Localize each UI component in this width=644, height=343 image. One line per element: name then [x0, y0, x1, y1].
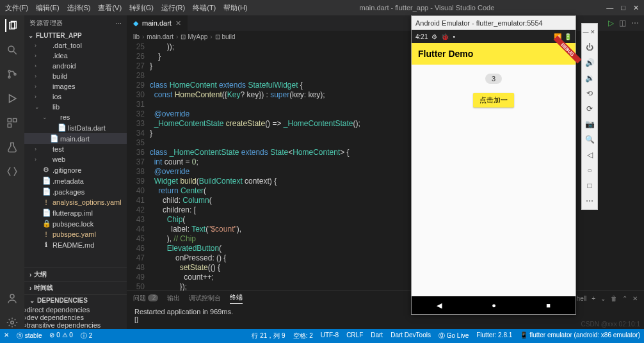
emu-close-icon[interactable]: — ✕	[583, 28, 595, 36]
overview-icon[interactable]: □	[587, 181, 592, 190]
back-icon[interactable]: ◁	[587, 150, 593, 159]
breadcrumb-item[interactable]: ⊡ build	[215, 33, 236, 40]
status-item[interactable]: Dart DevTools	[390, 331, 431, 340]
remote-icon[interactable]	[6, 165, 19, 178]
panel-head[interactable]: ›大纲	[24, 267, 127, 281]
power-icon[interactable]: ⏻	[586, 43, 593, 52]
explorer-icon[interactable]	[5, 19, 18, 32]
terminal-action[interactable]: ⌃	[622, 295, 627, 302]
search-icon[interactable]	[6, 44, 19, 56]
home-icon[interactable]: ○	[587, 166, 592, 175]
tree-label: .metadata	[52, 177, 84, 185]
tree-item[interactable]: ›build	[24, 71, 127, 81]
tree-item[interactable]: 📄.metadata	[24, 175, 127, 186]
menu-item[interactable]: 运行(R)	[161, 3, 185, 13]
dep-item[interactable]: ›transitive dependencies	[24, 321, 127, 329]
tree-label: test	[52, 145, 64, 153]
account-icon[interactable]	[6, 292, 19, 305]
status-item[interactable]: ⊘ 0 ⚠ 0	[49, 331, 72, 340]
rotate-left-icon[interactable]: ⟲	[586, 89, 593, 98]
tab-main-dart[interactable]: ◆ main.dart ✕	[127, 15, 188, 31]
tree-item[interactable]: 📄main.dart	[24, 133, 127, 144]
status-item[interactable]: ⓖ Go Live	[439, 331, 469, 340]
volup-icon[interactable]: 🔊	[585, 58, 595, 67]
status-item[interactable]: ⓘ 2	[81, 331, 92, 340]
split-icon[interactable]: ◫	[619, 19, 626, 28]
tree-item[interactable]: ›.idea	[24, 51, 127, 61]
menu-item[interactable]: 文件(F)	[5, 3, 28, 13]
status-item[interactable]: Dart	[371, 331, 383, 340]
tree-item[interactable]: 📄.packages	[24, 186, 127, 197]
tree-item[interactable]: ›.dart_tool	[24, 40, 127, 51]
test-icon[interactable]	[6, 141, 19, 154]
gear-icon[interactable]	[6, 316, 19, 329]
status-item[interactable]: 📱 flutter emulator (android: x86 emulato…	[520, 331, 640, 340]
breadcrumb-item[interactable]: main.dart	[147, 33, 173, 40]
recent-icon[interactable]: ■	[546, 301, 551, 309]
window-control[interactable]: —	[606, 4, 613, 12]
tree-item[interactable]: ⌄res	[24, 112, 127, 122]
tree-item[interactable]: ⌄lib	[24, 102, 127, 112]
increment-button[interactable]: 点击加一	[473, 93, 514, 108]
tree-label: main.dart	[60, 135, 90, 143]
menu-item[interactable]: 编辑(E)	[36, 3, 60, 13]
terminal-prompt[interactable]: []	[134, 315, 636, 323]
status-item[interactable]: 行 21，列 9	[252, 331, 285, 340]
tree-item[interactable]: ℹREADME.md	[24, 239, 127, 250]
menu-item[interactable]: 转到(G)	[129, 3, 154, 13]
menu-item[interactable]: 终端(T)	[193, 3, 216, 13]
run-start-icon[interactable]: ▷	[608, 19, 614, 28]
home-icon[interactable]: ●	[492, 301, 496, 309]
status-item[interactable]: Flutter: 2.8.1	[476, 331, 512, 340]
panel-head[interactable]: ⌄DEPENDENCIES	[24, 294, 127, 306]
camera-icon[interactable]: 📷	[585, 120, 595, 129]
tree-item[interactable]: 📄flutterapp.iml	[24, 207, 127, 218]
menu-item[interactable]: 查看(V)	[98, 3, 122, 13]
menu-item[interactable]: 选择(S)	[67, 3, 91, 13]
dep-item[interactable]: ›dev dependencies	[24, 314, 127, 321]
scm-icon[interactable]	[6, 68, 19, 81]
terminal-action[interactable]: ⌄	[600, 295, 606, 302]
terminal-tab[interactable]: 问题 2	[133, 294, 158, 303]
terminal-action[interactable]: +	[592, 295, 595, 302]
rotate-right-icon[interactable]: ⟳	[586, 104, 593, 113]
tree-item[interactable]: ›test	[24, 144, 127, 154]
tree-item[interactable]: 🔒pubspec.lock	[24, 218, 127, 229]
tree-item[interactable]: ›images	[24, 81, 127, 92]
tree-item[interactable]: ⚙.gitignore	[24, 164, 127, 175]
close-icon[interactable]: ✕	[175, 19, 181, 28]
tree-item[interactable]: ›web	[24, 154, 127, 164]
terminal-action[interactable]: 🗑	[611, 295, 617, 302]
terminal-tab[interactable]: 调试控制台	[189, 294, 221, 303]
breadcrumb-item[interactable]: lib	[133, 33, 140, 40]
chevron-down-icon[interactable]: ⌄	[28, 32, 33, 39]
terminal-tab[interactable]: 输出	[167, 294, 180, 303]
status-item[interactable]: 空格: 2	[293, 331, 313, 340]
status-item[interactable]: CRLF	[346, 331, 363, 340]
window-control[interactable]: □	[621, 4, 625, 12]
more-icon[interactable]: ⋯	[115, 20, 122, 27]
tree-item[interactable]: !pubspec.yaml	[24, 229, 127, 239]
terminal-tab[interactable]: 终端	[230, 293, 243, 304]
zoom-icon[interactable]: 🔍	[585, 135, 595, 144]
emulator-window: Android Emulator - flutter_emulator:5554…	[411, 15, 576, 315]
status-item[interactable]: UTF-8	[321, 331, 339, 340]
status-item[interactable]: ✕	[4, 331, 9, 340]
menu-item[interactable]: 帮助(H)	[223, 3, 247, 13]
tree-item[interactable]: 📄listData.dart	[24, 122, 127, 133]
tree-item[interactable]: ›ios	[24, 92, 127, 102]
voldown-icon[interactable]: 🔉	[585, 74, 595, 83]
more-icon[interactable]: ⋯	[631, 19, 639, 28]
extensions-icon[interactable]	[6, 116, 19, 129]
panel-head[interactable]: ›时间线	[24, 281, 127, 294]
tree-item[interactable]: !analysis_options.yaml	[24, 197, 127, 207]
more-icon[interactable]: ⋯	[586, 196, 593, 205]
status-item[interactable]: ⓢ stable	[17, 331, 42, 340]
breadcrumb-item[interactable]: ⊡ MyApp	[181, 33, 207, 40]
dep-item[interactable]: ›direct dependencies	[24, 306, 127, 314]
run-icon[interactable]	[6, 92, 19, 105]
terminal-action[interactable]: ✕	[632, 295, 638, 302]
back-icon[interactable]: ◀	[437, 301, 442, 310]
tree-item[interactable]: ›android	[24, 61, 127, 71]
window-control[interactable]: ✕	[633, 4, 639, 12]
